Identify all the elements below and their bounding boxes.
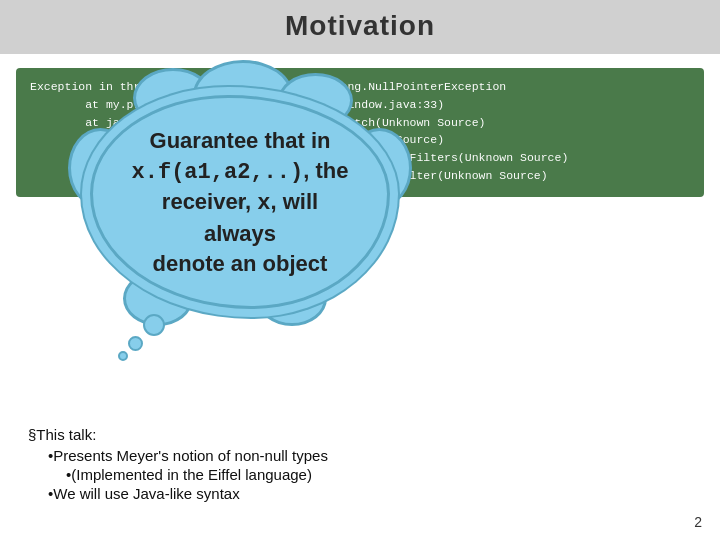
cloud-text-comma: , the: [303, 158, 348, 183]
cloud-code-2: x: [257, 191, 270, 216]
thought-bubble: Guarantee that in x.f(a1,a2,..), the rec…: [90, 95, 420, 309]
cloud-text: Guarantee that in x.f(a1,a2,..), the rec…: [123, 126, 357, 278]
cloud-text-denote: denote an object: [153, 251, 328, 276]
bullet-subsub-1: •(Implemented in the Eiffel language): [66, 466, 328, 483]
bullet-sub-2: •We will use Java-like syntax: [48, 485, 328, 502]
bubble-dot: [143, 314, 165, 336]
cloud-text-receiver: receiver,: [162, 189, 257, 214]
title-bar: Motivation: [0, 0, 720, 54]
slide-title: Motivation: [285, 10, 435, 41]
bubble-dot: [118, 351, 128, 361]
bullet-sub-1: •Presents Meyer's notion of non-null typ…: [48, 447, 328, 464]
code-line-1: Exception in thread "AWT-EventQueue-0" j…: [30, 78, 690, 96]
cloud-text-line1: Guarantee that in: [150, 128, 331, 153]
cloud-bump: [278, 73, 353, 128]
bubble-dot: [128, 336, 143, 351]
cloud-bump: [257, 271, 327, 326]
cloud-code-1: x.f(a1,a2,..): [132, 160, 304, 185]
bullet-main: §This talk:: [28, 426, 328, 443]
cloud-shape: Guarantee that in x.f(a1,a2,..), the rec…: [90, 95, 390, 309]
bullet-section: §This talk: •Presents Meyer's notion of …: [28, 426, 328, 504]
page-number: 2: [694, 514, 702, 530]
